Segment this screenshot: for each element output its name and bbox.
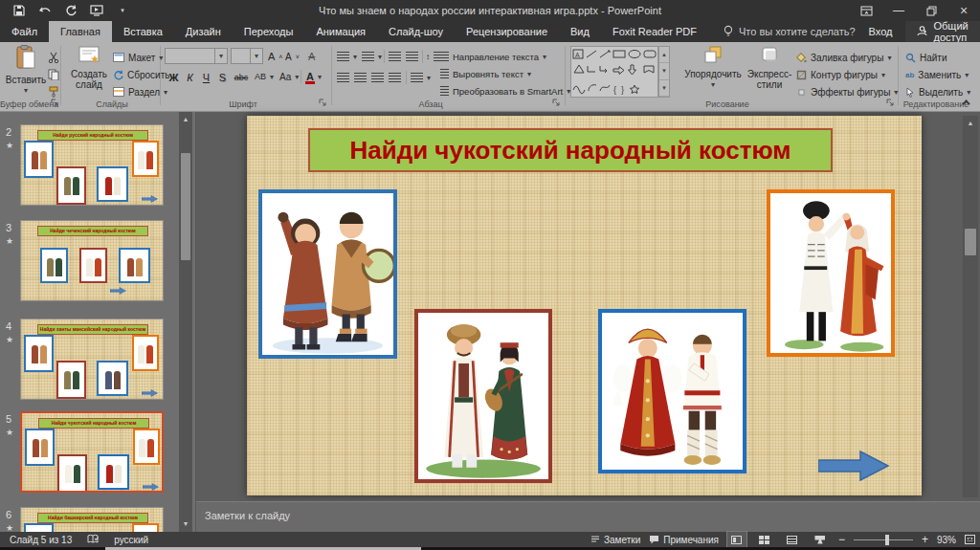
numbering-button[interactable]: ▾: [362, 49, 382, 64]
costume-image-chukchi[interactable]: [258, 189, 397, 359]
tab-home[interactable]: Главная: [49, 21, 112, 42]
shapes-gallery-scroll[interactable]: ▲▼▼: [658, 46, 670, 98]
spellcheck-icon[interactable]: [87, 534, 99, 546]
decrease-indent-button[interactable]: [389, 49, 401, 64]
close-icon[interactable]: ×: [947, 0, 980, 21]
view-slideshow-button[interactable]: [811, 532, 830, 547]
font-size-combo[interactable]: ▾: [231, 48, 263, 64]
slide-title-banner[interactable]: Найди чукотский народный костюм: [308, 128, 833, 172]
sign-in-button[interactable]: Вход: [856, 26, 906, 37]
slide-thumbnail-6[interactable]: Найди башкирский народный костюм: [20, 507, 164, 532]
costume-image-caucasus[interactable]: [767, 189, 895, 357]
slide-thumbnail-3[interactable]: Найди чеченский народный костюм: [20, 220, 164, 301]
share-button[interactable]: Общий доступ: [905, 21, 980, 42]
underline-button[interactable]: Ч: [199, 69, 213, 85]
section-button[interactable]: Раздел▾: [113, 84, 167, 99]
replace-button[interactable]: ab Заменить▾: [905, 67, 969, 82]
quick-styles-button[interactable]: Экспресс- стили: [746, 45, 792, 99]
convert-to-smartart-button[interactable]: Преобразовать в SmartArt▾: [440, 83, 570, 99]
select-button[interactable]: Выделить▾: [905, 84, 970, 99]
paragraph-dialog-launcher-icon[interactable]: [552, 99, 562, 108]
tab-review[interactable]: Рецензирование: [455, 21, 559, 42]
layout-button[interactable]: Макет▾: [113, 50, 163, 65]
slide-thumbnail-2[interactable]: Найди русский народный костюм: [20, 124, 164, 206]
zoom-out-button[interactable]: −: [838, 533, 845, 546]
zoom-in-button[interactable]: +: [922, 533, 928, 546]
view-slide-sorter-button[interactable]: [755, 532, 774, 547]
tab-view[interactable]: Вид: [559, 21, 601, 42]
increase-indent-button[interactable]: [406, 49, 418, 64]
tab-transitions[interactable]: Переходы: [233, 21, 305, 42]
align-left-button[interactable]: [337, 70, 349, 85]
animation-star-icon[interactable]: ★: [6, 335, 13, 344]
tab-file[interactable]: Файл: [0, 21, 49, 42]
tab-design[interactable]: Дизайн: [174, 21, 233, 42]
shape-fill-button[interactable]: Заливка фигуры▾: [796, 50, 891, 65]
next-arrow[interactable]: [818, 450, 890, 482]
shape-effects-button[interactable]: Эффекты фигуры▾: [796, 84, 898, 99]
arrange-button[interactable]: Упорядочить ▾: [683, 45, 743, 99]
clipboard-dialog-launcher-icon[interactable]: [51, 99, 60, 108]
undo-icon[interactable]: [37, 3, 53, 18]
animation-star-icon[interactable]: ★: [6, 523, 13, 532]
tab-animations[interactable]: Анимация: [304, 21, 377, 42]
align-center-button[interactable]: [354, 70, 367, 85]
reset-button[interactable]: Сбросить: [113, 67, 169, 82]
notes-toggle-button[interactable]: Заметки: [590, 535, 640, 545]
language-indicator[interactable]: русский: [114, 535, 148, 545]
start-slideshow-icon[interactable]: [89, 3, 104, 18]
change-case-button[interactable]: Аа▾: [279, 69, 299, 84]
panel-scrollbar[interactable]: ▲ ▼: [179, 112, 192, 532]
animation-star-icon[interactable]: ★: [6, 141, 13, 150]
slide-thumbnail-5-selected[interactable]: Найди чукотский народный костюм: [20, 411, 164, 493]
animation-star-icon[interactable]: ★: [6, 428, 13, 437]
justify-button[interactable]: [389, 70, 401, 85]
shrink-font-button[interactable]: А˅: [285, 49, 300, 64]
format-painter-button[interactable]: [48, 84, 59, 99]
text-direction-button[interactable]: Направление текста▾: [440, 49, 546, 64]
bullets-button[interactable]: ▾: [337, 49, 357, 64]
tab-slideshow[interactable]: Слайд-шоу: [377, 21, 455, 42]
zoom-level[interactable]: 93%: [937, 535, 956, 545]
qat-customize-icon[interactable]: ▾: [115, 3, 130, 18]
zoom-slider[interactable]: [854, 539, 913, 540]
font-name-combo[interactable]: ▾: [165, 48, 228, 64]
grow-font-button[interactable]: А˄: [268, 49, 282, 64]
character-spacing-button[interactable]: АВ▾: [255, 69, 274, 84]
ribbon-display-options-icon[interactable]: [850, 0, 882, 21]
editor-scrollbar[interactable]: ▲: [963, 116, 978, 497]
shape-outline-button[interactable]: Контур фигуры▾: [796, 67, 885, 82]
panel-scroll-down-icon[interactable]: ▼: [179, 517, 192, 530]
align-right-button[interactable]: [371, 70, 384, 85]
font-color-button[interactable]: А▾: [306, 69, 322, 84]
animation-star-icon[interactable]: ★: [6, 236, 13, 246]
zoom-slider-thumb[interactable]: [885, 535, 889, 545]
copy-button[interactable]: [48, 67, 59, 82]
cut-button[interactable]: [48, 50, 59, 65]
italic-button[interactable]: К: [183, 69, 197, 85]
slide-canvas[interactable]: Найди чукотский народный костюм: [247, 116, 922, 495]
editor-scrollbar-thumb[interactable]: [965, 229, 976, 255]
strikethrough-button[interactable]: abc: [232, 69, 251, 85]
shapes-gallery[interactable]: А { }: [570, 46, 658, 98]
font-dialog-launcher-icon[interactable]: [319, 99, 328, 108]
new-slide-button[interactable]: Создать слайд: [67, 45, 111, 99]
view-normal-button[interactable]: [727, 532, 746, 547]
find-button[interactable]: Найти: [905, 50, 947, 65]
restore-icon[interactable]: [915, 0, 947, 21]
align-text-button[interactable]: Выровнять текст▾: [440, 66, 531, 81]
columns-button[interactable]: ▾: [411, 70, 431, 85]
drawing-dialog-launcher-icon[interactable]: [886, 99, 896, 108]
fit-slide-to-window-icon[interactable]: [965, 535, 975, 544]
panel-scroll-up-icon[interactable]: ▲: [179, 113, 192, 125]
tab-foxit-reader-pdf[interactable]: Foxit Reader PDF: [601, 21, 708, 42]
notes-panel[interactable]: Заметки к слайду: [196, 501, 980, 532]
tell-me-box[interactable]: Что вы хотите сделать?: [708, 21, 856, 42]
slide-counter[interactable]: Слайд 5 из 13: [10, 535, 72, 545]
collapse-ribbon-icon[interactable]: [965, 97, 970, 107]
panel-scrollbar-thumb[interactable]: [181, 153, 190, 260]
slide-thumbnail-4[interactable]: Найди ханты мансийский народный костюм: [20, 319, 164, 400]
comments-toggle-button[interactable]: Примечания: [649, 535, 719, 545]
tab-insert[interactable]: Вставка: [112, 21, 174, 42]
text-shadow-button[interactable]: S: [215, 69, 230, 85]
